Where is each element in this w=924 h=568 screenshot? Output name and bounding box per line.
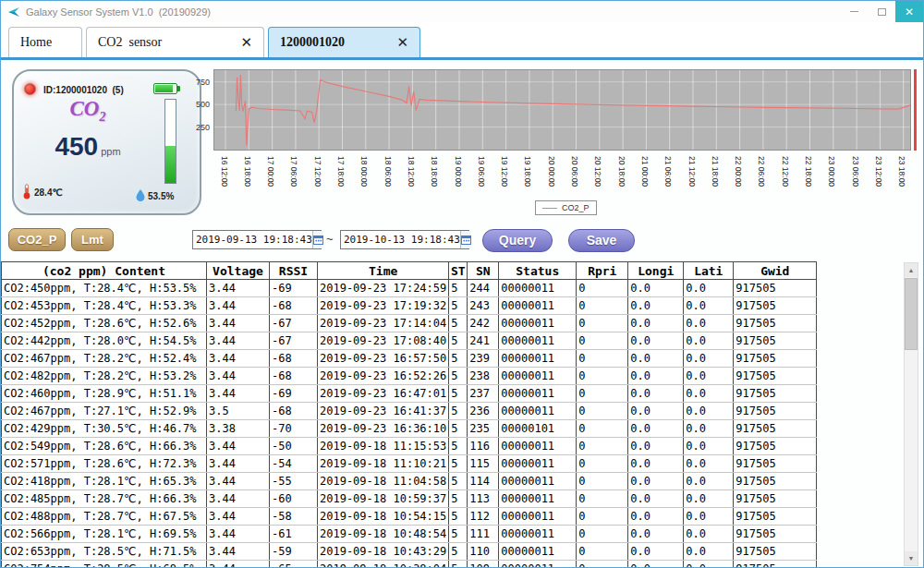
scroll-up-icon[interactable]: ▲ (905, 263, 918, 277)
cell-status: 00000011 (499, 455, 577, 473)
minimize-icon (850, 11, 858, 12)
cell-longi: 0.0 (628, 332, 684, 350)
column-header: ST (449, 262, 468, 280)
cell-st: 5 (449, 350, 468, 368)
cell-voltage: 3.44 (207, 543, 270, 561)
scroll-down-icon[interactable]: ▼ (905, 551, 918, 565)
cell-time: 2019-09-18 10:59:37 (318, 490, 449, 508)
date-to-value[interactable]: 2019-10-13 19:18:43 (341, 234, 460, 246)
scrollbar-thumb[interactable] (905, 278, 918, 350)
cell-status: 00000011 (499, 473, 577, 490)
table-row[interactable]: CO2:453ppm, T:28.4℃, H:53.3%3.44-682019-… (2, 297, 817, 315)
tab-co2-sensor[interactable]: CO2 sensor✕ (86, 27, 264, 57)
chart-plot (213, 69, 911, 151)
cell-time: 2019-09-23 17:24:59 (318, 280, 449, 297)
cell-longi: 0.0 (628, 473, 684, 490)
maximize-button[interactable] (868, 1, 895, 22)
cell-status: 00000011 (499, 490, 577, 508)
date-from-field[interactable]: 2019-09-13 19:18:43 (192, 230, 322, 249)
table-row[interactable]: CO2:754ppm, T:28.5℃, H:68.5%3.44-652019-… (2, 561, 817, 568)
table-row[interactable]: CO2:485ppm, T:28.7℃, H:66.3%3.44-602019-… (2, 490, 817, 508)
cell-status: 00000011 (499, 438, 577, 455)
cell-lati: 0.0 (684, 385, 734, 403)
tab-label: CO2 sensor (98, 35, 162, 50)
tab-home[interactable]: Home (8, 27, 82, 57)
lmt-button[interactable]: Lmt (71, 228, 114, 251)
cell-gwid: 917505 (734, 438, 817, 455)
cell-voltage: 3.44 (207, 332, 270, 350)
table-row[interactable]: CO2:488ppm, T:28.7℃, H:67.5%3.44-582019-… (2, 508, 817, 526)
cell-lati: 0.0 (684, 420, 734, 438)
app-window: Galaxy Sensor System V1.0 (20190929) ✕ H… (0, 0, 924, 568)
cell-rpri: 0 (577, 332, 628, 350)
x-tick-label: 23 12:00 (874, 156, 883, 187)
save-button[interactable]: Save (568, 229, 635, 252)
cell-sn: 113 (468, 490, 499, 508)
cell-rssi: -67 (270, 332, 318, 350)
column-header: Rpri (577, 262, 628, 280)
table-scrollbar[interactable]: ▲ ▼ (904, 262, 918, 566)
table-row[interactable]: CO2:450ppm, T:28.4℃, H:53.5%3.44-692019-… (2, 280, 817, 297)
cell-rpri: 0 (577, 490, 628, 508)
cell-rssi: -58 (270, 508, 318, 526)
cell-gwid: 917505 (734, 420, 817, 438)
table-row[interactable]: CO2:429ppm, T:30.5℃, H:46.7%3.38-702019-… (2, 420, 817, 438)
table-body: CO2:450ppm, T:28.4℃, H:53.5%3.44-692019-… (2, 280, 817, 568)
cell-gwid: 917505 (734, 368, 817, 385)
table-row[interactable]: CO2:566ppm, T:28.1℃, H:69.5%3.44-612019-… (2, 526, 817, 543)
cell-rssi: -70 (270, 420, 318, 438)
cell-sn: 115 (468, 455, 499, 473)
cell-time: 2019-09-23 17:08:40 (318, 332, 449, 350)
table-row[interactable]: CO2:653ppm, T:28.5℃, H:71.5%3.44-592019-… (2, 543, 817, 561)
table-row[interactable]: CO2:482ppm, T:28.2℃, H:53.2%3.44-682019-… (2, 368, 817, 385)
tab-close-icon[interactable]: ✕ (231, 34, 252, 51)
gas-value: 450ppm (14, 132, 162, 162)
table-row[interactable]: CO2:452ppm, T:28.6℃, H:52.6%3.44-672019-… (2, 315, 817, 332)
date-to-field[interactable]: 2019-10-13 19:18:43 (340, 230, 469, 249)
cell-rssi: -67 (270, 315, 318, 332)
date-from-value[interactable]: 2019-09-13 19:18:43 (193, 234, 312, 246)
cell-voltage: 3.44 (207, 473, 270, 490)
table-row[interactable]: CO2:418ppm, T:28.1℃, H:65.3%3.44-552019-… (2, 473, 817, 490)
table-row[interactable]: CO2:460ppm, T:28.9℃, H:51.1%3.44-692019-… (2, 385, 817, 403)
calendar-icon[interactable] (312, 231, 323, 248)
x-tick-label: 21 06:00 (663, 156, 673, 187)
cell-voltage: 3.44 (207, 561, 270, 568)
cell-lati: 0.0 (684, 280, 734, 297)
close-button[interactable]: ✕ (895, 1, 923, 22)
table-row[interactable]: CO2:467ppm, T:27.1℃, H:52.9%3.5-682019-0… (2, 403, 817, 420)
cell-voltage: 3.44 (207, 490, 270, 508)
table-row[interactable]: CO2:442ppm, T:28.0℃, H:54.5%3.44-672019-… (2, 332, 817, 350)
cell-longi: 0.0 (628, 543, 684, 561)
cell-status: 00000011 (499, 543, 577, 561)
window-title: Galaxy Sensor System V1.0 (20190929) (26, 6, 211, 18)
cell-lati: 0.0 (684, 508, 734, 526)
query-button[interactable]: Query (482, 229, 553, 252)
cell-sn: 112 (468, 508, 499, 526)
x-tick-label: 20 00:00 (547, 156, 556, 187)
cell-status: 00000011 (499, 332, 577, 350)
cell-time: 2019-09-18 10:48:54 (318, 526, 449, 543)
table-row[interactable]: CO2:549ppm, T:28.6℃, H:66.3%3.44-502019-… (2, 438, 817, 455)
tab-close-icon[interactable]: ✕ (387, 34, 408, 51)
cell-status: 00000011 (499, 297, 577, 315)
cell-longi: 0.0 (628, 508, 684, 526)
cell-lati: 0.0 (684, 403, 734, 420)
cell-gwid: 917505 (734, 455, 817, 473)
cell-rssi: -61 (270, 526, 318, 543)
tab-1200001020[interactable]: 1200001020✕ (268, 27, 420, 57)
cell-lati: 0.0 (684, 455, 734, 473)
table-row[interactable]: CO2:467ppm, T:28.2℃, H:52.4%3.44-682019-… (2, 350, 817, 368)
calendar-icon[interactable] (460, 231, 471, 248)
cell-content: CO2:754ppm, T:28.5℃, H:68.5% (2, 561, 207, 568)
table-row[interactable]: CO2:571ppm, T:28.6℃, H:72.3%3.44-542019-… (2, 455, 817, 473)
title-bar: Galaxy Sensor System V1.0 (20190929) ✕ (1, 1, 923, 22)
cell-rpri: 0 (577, 473, 628, 490)
co2p-button[interactable]: CO2_P (8, 228, 66, 251)
cell-st: 5 (449, 490, 468, 508)
chart-y-axis: 250500750 (182, 69, 212, 151)
cell-st: 5 (449, 403, 468, 420)
x-tick-label: 22 00:00 (734, 156, 743, 187)
x-tick-label: 23 06:00 (851, 156, 860, 187)
minimize-button[interactable] (840, 1, 868, 22)
